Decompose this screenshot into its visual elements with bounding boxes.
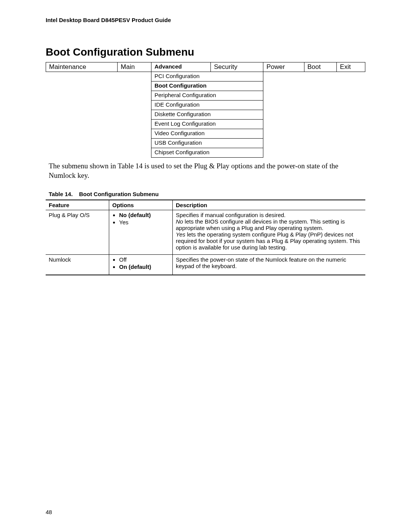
submenu-item: IDE Configuration: [151, 101, 263, 110]
doc-header: Intel Desktop Board D845PESV Product Gui…: [46, 17, 365, 23]
table-caption-number: Table 14.: [49, 191, 73, 197]
table-caption: Table 14. Boot Configuration Submenu: [49, 191, 365, 197]
body-paragraph: The submenu shown in Table 14 is used to…: [49, 161, 362, 180]
nav-tab-boot: Boot: [304, 62, 337, 72]
bios-nav-table: Maintenance Main Advanced Security Power…: [46, 62, 365, 158]
submenu-item: Diskette Configuration: [151, 110, 263, 120]
desc-line: Specifies if manual configuration is des…: [176, 212, 286, 218]
option-item: On (default): [119, 264, 169, 270]
desc-text: lets the operating system configure Plug…: [176, 231, 360, 251]
nav-tab-advanced: Advanced: [151, 62, 210, 72]
desc-text: lets the BIOS configure all devices in t…: [176, 218, 345, 231]
desc-italic: Yes: [176, 231, 185, 238]
table-row: Plug & Play O/S No (default) Yes Specifi…: [46, 210, 365, 255]
submenu-item: Peripheral Configuration: [151, 91, 263, 101]
section-title: Boot Configuration Submenu: [46, 46, 365, 58]
page: Intel Desktop Board D845PESV Product Gui…: [0, 0, 411, 532]
nav-tab-exit: Exit: [337, 62, 365, 72]
submenu-item-active: Boot Configuration: [151, 81, 263, 91]
option-item: Yes: [119, 219, 169, 225]
th-options: Options: [109, 200, 173, 210]
option-item: Off: [119, 256, 169, 263]
submenu-item: Video Configuration: [151, 129, 263, 139]
th-feature: Feature: [46, 200, 109, 210]
option-item: No (default): [119, 212, 169, 218]
th-description: Description: [173, 200, 366, 210]
cell-options: Off On (default): [109, 255, 173, 275]
nav-tab-maintenance: Maintenance: [46, 62, 118, 72]
desc-italic: No: [176, 218, 183, 225]
desc-line: Specifies the power-on state of the Numl…: [176, 256, 346, 269]
cell-feature: Plug & Play O/S: [46, 210, 109, 255]
submenu-item: USB Configuration: [151, 139, 263, 148]
submenu-item: Chipset Configuration: [151, 148, 263, 158]
nav-tab-power: Power: [263, 62, 304, 72]
cell-feature: Numlock: [46, 255, 109, 275]
data-table: Feature Options Description Plug & Play …: [46, 200, 365, 275]
cell-options: No (default) Yes: [109, 210, 173, 255]
nav-tab-main: Main: [118, 62, 151, 72]
table-caption-title: Boot Configuration Submenu: [79, 191, 159, 197]
cell-description: Specifies if manual configuration is des…: [173, 210, 366, 255]
bios-nav-tabs-row: Maintenance Main Advanced Security Power…: [46, 62, 365, 72]
submenu-item: Event Log Configuration: [151, 120, 263, 129]
cell-description: Specifies the power-on state of the Numl…: [173, 255, 366, 275]
table-row: Numlock Off On (default) Specifies the p…: [46, 255, 365, 275]
nav-tab-security: Security: [211, 62, 263, 72]
submenu-item: PCI Configuration: [151, 72, 263, 81]
page-number: 48: [46, 509, 52, 515]
